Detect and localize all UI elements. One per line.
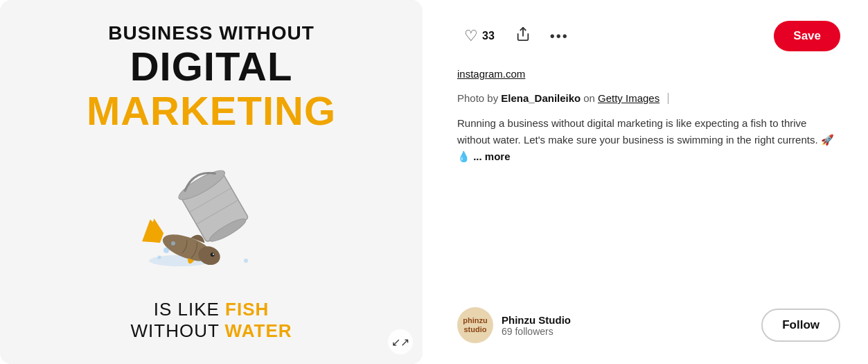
save-button[interactable]: Save (774, 21, 840, 51)
profile-name[interactable]: Phinzu Studio (502, 314, 571, 326)
upload-icon (515, 26, 531, 46)
pin-details-section: ♡ 33 ••• Save instagram.com Phot (423, 0, 868, 364)
credit-connector: on (583, 92, 595, 104)
expand-button[interactable]: ↙↗ (388, 329, 413, 354)
pin-line2: DIGITAL (87, 44, 336, 89)
pin-line4: IS LIKE FISH (130, 299, 292, 320)
profile-row: phinzustudio Phinzu Studio 69 followers … (457, 307, 840, 343)
svg-point-15 (244, 259, 248, 263)
pin-card: BUSINESS WITHOUT DIGITAL MARKETING (0, 0, 868, 364)
profile-followers: 69 followers (502, 326, 571, 337)
credit-platform[interactable]: Getty Images (598, 92, 659, 104)
pin-bottom-text: IS LIKE FISH WITHOUT WATER (130, 299, 292, 342)
heart-icon: ♡ (464, 27, 478, 45)
follow-button[interactable]: Follow (761, 309, 840, 342)
source-link[interactable]: instagram.com (457, 68, 840, 80)
svg-point-14 (158, 256, 161, 259)
svg-point-13 (171, 241, 175, 245)
pin-image-content: BUSINESS WITHOUT DIGITAL MARKETING (0, 0, 423, 364)
top-actions-bar: ♡ 33 ••• Save (457, 21, 840, 51)
photo-credit: Photo by Elena_Danileiko on Getty Images (457, 92, 840, 104)
share-button[interactable] (507, 22, 539, 50)
description-text: Running a business without digital marke… (457, 117, 834, 162)
credit-author: Elena_Danileiko (501, 92, 581, 104)
like-count: 33 (482, 30, 495, 42)
fish-bucket-image (135, 146, 287, 285)
profile-info: Phinzu Studio 69 followers (502, 314, 571, 337)
pin-top-text: BUSINESS WITHOUT DIGITAL MARKETING (87, 22, 336, 133)
pin-description: Running a business without digital marke… (457, 115, 840, 165)
pin-line3: MARKETING (87, 89, 336, 133)
more-options-button[interactable]: ••• (542, 24, 577, 49)
svg-point-12 (163, 248, 169, 253)
more-link[interactable]: ... more (473, 150, 510, 162)
expand-icon: ↙↗ (391, 336, 409, 349)
pin-line5: WITHOUT WATER (130, 320, 292, 342)
vertical-divider (668, 93, 668, 104)
avatar-text: phinzustudio (463, 316, 487, 334)
credit-prefix: Photo by (457, 92, 498, 104)
avatar[interactable]: phinzustudio (457, 307, 493, 343)
pin-image-section: BUSINESS WITHOUT DIGITAL MARKETING (0, 0, 423, 364)
like-button[interactable]: ♡ 33 (457, 23, 502, 49)
pin-line1: BUSINESS WITHOUT (87, 22, 336, 44)
more-icon: ••• (550, 28, 569, 44)
